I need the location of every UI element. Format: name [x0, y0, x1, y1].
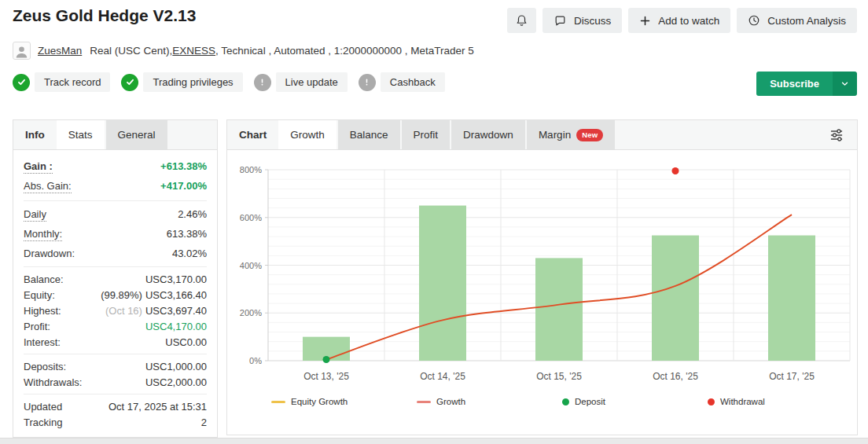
stat-row-deposits: Deposits:USC1,000.00: [24, 358, 207, 374]
legend-item-deposit: Deposit: [559, 397, 704, 406]
svg-text:Oct 17, '25: Oct 17, '25: [769, 371, 815, 382]
svg-text:Oct 13, '25: Oct 13, '25: [303, 371, 349, 382]
stat-row-daily: Daily2.46%: [24, 205, 207, 225]
account-detail-text: , Technical , Automated , 1:2000000000 ,…: [215, 45, 474, 57]
tune-icon: [828, 134, 845, 145]
legend-label: Growth: [436, 397, 465, 406]
badge-label: Cashback: [381, 72, 445, 92]
discuss-button[interactable]: Discuss: [542, 8, 622, 33]
bell-icon: [515, 13, 528, 28]
chart-legend: Equity GrowthGrowthDepositWithdrawal: [268, 397, 850, 406]
add-to-watch-button[interactable]: Add to watch: [628, 8, 730, 33]
button-label: Discuss: [574, 15, 611, 27]
chart-tab-margin[interactable]: MarginNew: [527, 120, 615, 149]
stat-value-prefix: (Oct 16): [105, 305, 142, 317]
chart-tab-growth[interactable]: Growth: [278, 120, 337, 149]
chart-tab-chart[interactable]: Chart: [227, 120, 278, 149]
custom-analysis-button[interactable]: Custom Analysis: [737, 8, 857, 33]
check-icon: [13, 74, 30, 91]
stat-value: USC4,170.00: [145, 321, 207, 332]
stat-label: Highest:: [24, 305, 61, 317]
chart-settings-button[interactable]: [826, 126, 847, 146]
stat-value: (99.89%)USC3,166.40: [101, 289, 207, 301]
exclamation-icon: [254, 74, 271, 91]
bar-oct-16-25[interactable]: [652, 236, 699, 361]
legend-swatch: [271, 401, 285, 403]
stat-value-prefix: (99.89%): [101, 289, 142, 301]
bar-oct-14-25[interactable]: [419, 206, 466, 361]
subscribe-button[interactable]: Subscribe: [756, 72, 833, 96]
stat-group: Gain :+613.38%Abs. Gain:+417.00%: [24, 157, 207, 196]
stat-value: +613.38%: [160, 160, 207, 172]
stat-label: Withdrawals:: [24, 376, 82, 388]
stat-label: Gain :: [24, 160, 53, 174]
badge-trading-privileges: Trading privileges: [121, 72, 242, 92]
chart-tab-drawdown[interactable]: Drawdown: [451, 120, 525, 149]
account-row: ZuesMan Real (USC Cent), EXNESS , Techni…: [13, 42, 474, 60]
tab-label: Stats: [68, 129, 93, 141]
deposit-marker[interactable]: [323, 356, 330, 363]
stat-label: Tracking: [24, 416, 62, 428]
stat-row-gain: Gain :+613.38%: [24, 157, 207, 177]
badge-track-record: Track record: [13, 72, 110, 92]
stat-row-tracking: Tracking2: [24, 414, 207, 430]
bar-oct-17-25[interactable]: [768, 236, 815, 361]
svg-text:0%: 0%: [249, 356, 262, 365]
broker-link[interactable]: EXNESS: [172, 45, 215, 57]
stat-row-highest: Highest:(Oct 16)USC3,697.40: [24, 303, 207, 318]
withdrawal-marker[interactable]: [672, 167, 679, 174]
username-link[interactable]: ZuesMan: [38, 45, 82, 57]
stat-row-updated: UpdatedOct 17, 2025 at 15:31: [24, 398, 207, 414]
chart-area: 0%200%400%600%800%Oct 13, '25Oct 14, '25…: [227, 150, 857, 435]
stat-value: Oct 17, 2025 at 15:31: [108, 401, 207, 413]
badge-label: Trading privileges: [143, 72, 242, 92]
stat-value: 613.38%: [167, 228, 207, 240]
divider: [24, 266, 207, 267]
stat-value: 2: [201, 416, 207, 428]
badge-label: Track record: [35, 72, 110, 92]
legend-item-equity-growth: Equity Growth: [268, 397, 414, 406]
badge-live-update: Live update: [254, 72, 348, 92]
stat-label: Interest:: [24, 336, 61, 348]
tab-label: Chart: [239, 129, 267, 141]
page-title: Zeus Gold Hedge V2.13: [13, 6, 196, 25]
chart-tab-profit[interactable]: Profit: [402, 120, 451, 149]
check-icon: [121, 74, 138, 91]
exclamation-icon: [359, 74, 376, 91]
notifications-button[interactable]: [507, 8, 536, 33]
growth-chart[interactable]: 0%200%400%600%800%Oct 13, '25Oct 14, '25…: [227, 150, 857, 411]
chart-tab-balance[interactable]: Balance: [338, 120, 400, 149]
svg-text:200%: 200%: [240, 308, 262, 317]
tab-label: Balance: [350, 129, 388, 141]
chat-icon: [554, 14, 567, 28]
stats-body: Gain :+613.38%Abs. Gain:+417.00%Daily2.4…: [13, 150, 217, 430]
subscribe-split-button: Subscribe: [756, 72, 857, 96]
stat-label: Balance:: [24, 273, 64, 285]
stat-row-balance: Balance:USC3,170.00: [24, 271, 207, 287]
account-type-text: Real (USC Cent),: [90, 45, 172, 57]
subscribe-dropdown-toggle[interactable]: [833, 72, 857, 96]
badge-cashback: Cashback: [359, 72, 445, 92]
person-icon: [14, 44, 29, 59]
legend-swatch: [562, 398, 569, 405]
stat-label: Deposits:: [24, 361, 66, 372]
stat-row-equity: Equity:(99.89%)USC3,166.40: [24, 287, 207, 303]
bar-oct-15-25[interactable]: [535, 258, 583, 361]
stats-tab-general[interactable]: General: [106, 120, 167, 149]
tab-label: Info: [25, 129, 45, 141]
stat-row-profit: Profit:USC4,170.00: [24, 318, 207, 334]
divider: [24, 200, 207, 201]
stat-value: +417.00%: [160, 180, 207, 192]
stats-tab-info[interactable]: Info: [13, 120, 57, 149]
stats-tab-stats[interactable]: Stats: [57, 120, 105, 149]
legend-item-withdrawal: Withdrawal: [704, 397, 850, 406]
svg-text:400%: 400%: [240, 261, 262, 270]
chevron-down-icon: [840, 79, 850, 89]
divider: [24, 354, 207, 354]
header-actions: DiscussAdd to watchCustom Analysis: [507, 8, 857, 33]
stat-value: USC2,000.00: [145, 376, 207, 388]
stat-label: Monthly:: [24, 228, 62, 241]
divider: [24, 394, 207, 394]
stat-value: USC0.00: [165, 336, 207, 348]
badges-row: Track recordTrading privilegesLive updat…: [13, 72, 445, 92]
